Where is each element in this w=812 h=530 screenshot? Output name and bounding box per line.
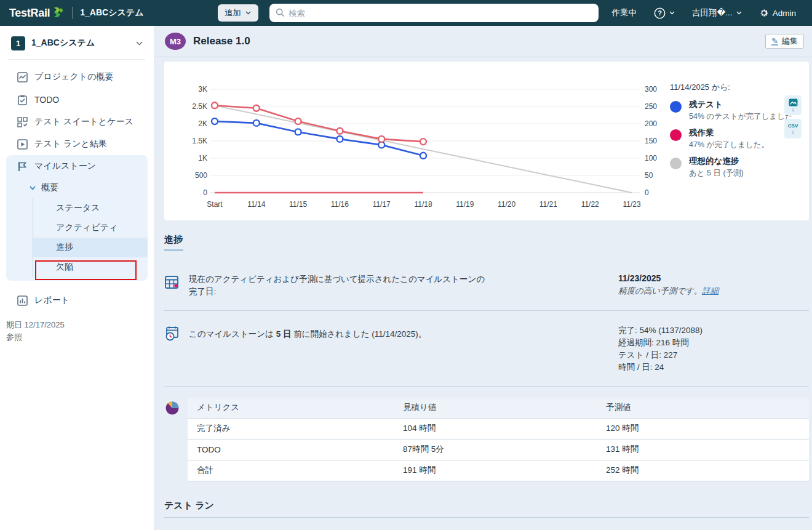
add-button-label: 追加 (225, 7, 241, 18)
legend-name: 残テスト (689, 99, 793, 110)
cell-forecast: 252 時間 (597, 460, 809, 481)
milestone-flag-icon (17, 161, 28, 172)
working-on-menu[interactable]: 作業中 (612, 7, 637, 18)
download-arrow-icon: ↓ (792, 107, 795, 112)
forecast-note: 精度の高い予測です。詳細 (618, 286, 809, 297)
chart-legend: 11/14/2025 から: 残テスト 54% のテストが完了しました 残作業 … (670, 82, 790, 184)
svg-text:Start: Start (207, 200, 223, 209)
svg-text:11/23: 11/23 (623, 200, 640, 209)
svg-text:2K: 2K (198, 119, 207, 128)
legend-name: 理想的な進捗 (689, 156, 744, 167)
metrics-header-row: メトリクス 見積り値 予測値 (188, 398, 809, 418)
sidebar-item-suites-cases[interactable]: テスト スイートとケース (0, 111, 154, 133)
reference-label: 参照 (6, 331, 65, 343)
svg-text:0: 0 (203, 188, 207, 197)
svg-text:11/14: 11/14 (247, 200, 265, 209)
svg-text:11/20: 11/20 (498, 200, 515, 209)
admin-menu[interactable]: Admin (759, 8, 796, 18)
metrics-section: メトリクス 見積り値 予測値 完了済み 104 時間 120 時間 TODO 8… (164, 391, 809, 481)
admin-label: Admin (773, 9, 796, 18)
svg-text:50: 50 (645, 171, 653, 180)
project-selector[interactable]: 1 1_ABCシステム (6, 30, 148, 57)
download-csv-button[interactable]: CSV ↓ (784, 119, 802, 139)
svg-text:3K: 3K (198, 85, 207, 94)
cell-estimate: 104 時間 (394, 418, 597, 439)
started-text-before: このマイルストーンは (189, 329, 274, 339)
project-selector-name: 1_ABCシステム (31, 38, 136, 49)
user-name: 吉田翔�... (692, 7, 733, 18)
sidebar-item-milestones[interactable]: マイルストーン (6, 155, 148, 177)
page-header: M3 Release 1.0 ✎ 編集 (154, 26, 812, 57)
stat-hours-per-day: 時間 / 日: 24 (618, 361, 809, 374)
chevron-down-icon (669, 11, 675, 15)
legend-item-remaining-work: 残作業 47% が完了しました。 (670, 127, 790, 150)
search-container (269, 4, 599, 22)
forecast-date-block: 11/23/2025 精度の高い予測です。詳細 (618, 273, 809, 298)
svg-text:0: 0 (645, 188, 649, 197)
completion-text-line2: 完了日: (189, 287, 216, 296)
sidebar-item-progress[interactable]: 進捗 (33, 238, 148, 257)
legend-sub: 47% が完了しました。 (689, 140, 769, 150)
sidebar-item-overview-toggle[interactable]: 概要 (6, 177, 148, 198)
sidebar-item-label: テスト スイートとケース (34, 116, 133, 127)
add-button[interactable]: 追加 (218, 4, 258, 22)
svg-text:11/16: 11/16 (331, 200, 349, 209)
download-image-button[interactable]: ↓ (784, 95, 802, 115)
section-title-underline (164, 249, 183, 251)
svg-text:?: ? (658, 9, 662, 17)
completion-date-row: 現在のアクティビティおよび予測に基づいて提示されたこのマイルストーンの 完了日:… (164, 260, 809, 311)
cell-forecast: 131 時間 (597, 439, 809, 460)
sidebar-item-activity[interactable]: アクティビティ (33, 218, 148, 238)
completion-date-text: 現在のアクティビティおよび予測に基づいて提示されたこのマイルストーンの 完了日: (189, 273, 618, 298)
testrail-logo[interactable]: TestRail (0, 6, 65, 20)
sidebar-item-label: マイルストーン (34, 161, 96, 172)
testruns-separator (164, 517, 809, 518)
started-days-bold: 5 日 (276, 329, 292, 339)
download-arrow-icon: ↓ (792, 129, 795, 134)
todo-clipboard-icon (17, 95, 28, 105)
sidebar-item-label: テスト ランと結果 (34, 139, 107, 150)
sub-item-label: 欠陥 (56, 262, 73, 273)
header-metric: メトリクス (188, 398, 394, 418)
sidebar-divider (9, 59, 145, 60)
gear-icon (759, 8, 769, 18)
edit-button[interactable]: ✎ 編集 (765, 34, 804, 49)
user-menu[interactable]: 吉田翔�... (692, 7, 742, 18)
svg-text:11/22: 11/22 (581, 200, 599, 209)
suites-grid-icon (17, 117, 28, 127)
sidebar-item-runs-results[interactable]: テスト ランと結果 (0, 133, 154, 155)
sidebar-item-label: レポート (34, 295, 70, 306)
sidebar-item-defects[interactable]: 欠陥 (33, 257, 148, 277)
svg-text:200: 200 (645, 119, 657, 128)
legend-sub: あと 5 日 (予測) (689, 168, 744, 179)
svg-text:11/19: 11/19 (456, 200, 474, 209)
table-row: TODO 87時間 5分 131 時間 (188, 439, 809, 460)
overview-chart-icon (17, 72, 28, 82)
table-row: 完了済み 104 時間 120 時間 (188, 418, 809, 439)
sidebar-item-project-overview[interactable]: プロジェクトの概要 (0, 66, 154, 88)
cell-estimate: 87時間 5分 (394, 439, 597, 460)
svg-text:250: 250 (645, 102, 657, 111)
top-navbar: TestRail 1_ABCシステム 追加 作業中 (0, 0, 812, 26)
svg-text:11/15: 11/15 (289, 200, 307, 209)
due-date-label: 期日 12/17/2025 (6, 319, 65, 331)
brand-separator (72, 7, 73, 19)
details-link[interactable]: 詳細 (702, 286, 718, 295)
svg-text:11/21: 11/21 (539, 200, 557, 209)
help-menu[interactable]: ? (654, 7, 675, 19)
sidebar-item-todo[interactable]: TODO (0, 89, 154, 111)
milestone-badge: M3 (165, 33, 186, 50)
pie-chart-icon (164, 398, 188, 481)
chevron-down-icon (136, 41, 143, 46)
red-series-dot (670, 129, 682, 141)
sidebar: 1 1_ABCシステム プロジェクトの概要 TODO テスト スイートとケース (0, 26, 154, 530)
sidebar-item-status[interactable]: ステータス (33, 198, 148, 218)
sidebar-item-reports[interactable]: レポート (0, 289, 154, 311)
sidebar-footer: 期日 12/17/2025 参照 (6, 319, 65, 343)
svg-text:1.5K: 1.5K (192, 137, 207, 145)
search-input[interactable] (269, 4, 599, 22)
progress-section: 進捗 現在のアクティビティおよび予測に基づいて提示されたこのマイルストーンの 完… (164, 234, 809, 530)
sidebar-item-label: プロジェクトの概要 (34, 71, 113, 82)
progress-section-title: 進捗 (164, 234, 809, 246)
header-forecast: 予測値 (597, 398, 809, 418)
